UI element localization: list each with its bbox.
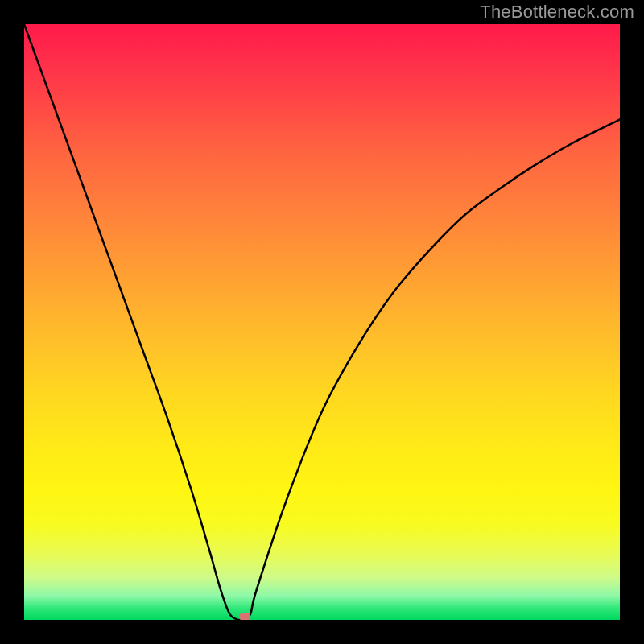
bottleneck-curve [24,24,620,620]
plot-area [24,24,620,620]
current-point-marker [239,613,250,620]
chart-frame: TheBottleneck.com [0,0,644,644]
watermark-text: TheBottleneck.com [480,2,634,23]
